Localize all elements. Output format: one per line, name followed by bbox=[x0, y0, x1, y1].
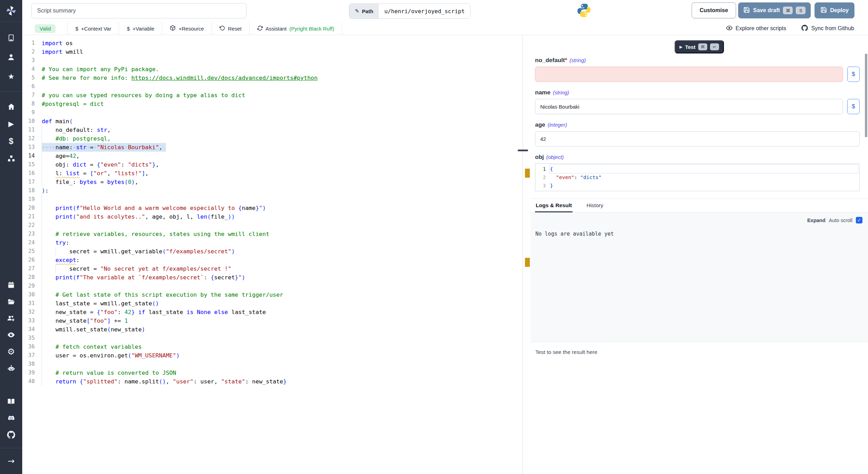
line-number[interactable]: 36 bbox=[22, 342, 42, 351]
sidebar-item-workers[interactable] bbox=[0, 360, 22, 376]
code-line[interactable]: 13····name:·str·=·"Nicolas·Bourbaki", bbox=[22, 143, 523, 152]
save-draft-button[interactable]: Save draft ⌘ S bbox=[738, 2, 811, 18]
age-input[interactable] bbox=[535, 131, 860, 146]
line-number[interactable]: 30 bbox=[22, 290, 42, 299]
code-line[interactable]: 5# See here for more info: https://docs.… bbox=[22, 74, 523, 82]
auto-scroll-checkbox[interactable]: ✓ bbox=[856, 217, 862, 223]
line-number[interactable]: 33 bbox=[22, 316, 42, 325]
code-line[interactable]: 27 secret = "No secret yet at f/examples… bbox=[22, 264, 523, 273]
code-line[interactable]: 40 return {"splitted": name.split(), "us… bbox=[22, 377, 523, 386]
code-line[interactable]: 30 # Get last state of this script execu… bbox=[22, 290, 523, 299]
no-default-input[interactable] bbox=[535, 67, 843, 82]
line-number[interactable]: 39 bbox=[22, 369, 42, 377]
add-resource-button[interactable]: +Resource bbox=[162, 22, 211, 35]
line-number[interactable]: 5 bbox=[22, 74, 42, 82]
code-line[interactable]: 31 last_state = wmill.get_state() bbox=[22, 299, 523, 308]
insert-variable-button[interactable]: $ bbox=[847, 99, 860, 114]
code-line[interactable]: 19 bbox=[22, 195, 523, 204]
add-variable-button[interactable]: $ +Variable bbox=[119, 22, 162, 35]
line-number[interactable]: 35 bbox=[22, 334, 42, 342]
tab-history[interactable]: History bbox=[586, 199, 604, 212]
line-number[interactable]: 38 bbox=[22, 360, 42, 369]
code-line[interactable]: 32 new_state = {"foo": 42} if last_state… bbox=[22, 308, 523, 316]
line-number[interactable]: 34 bbox=[22, 325, 42, 334]
expand-button[interactable]: Expand bbox=[807, 218, 825, 223]
code-line[interactable]: 34 wmill.set_state(new_state) bbox=[22, 325, 523, 334]
code-line[interactable]: 20 print(f"Hello World and a warm welcom… bbox=[22, 204, 523, 212]
name-input[interactable] bbox=[535, 99, 843, 114]
path-edit-button[interactable]: ✎ Path bbox=[349, 4, 379, 18]
sidebar-item-groups[interactable] bbox=[0, 310, 22, 327]
line-number[interactable]: 24 bbox=[22, 238, 42, 247]
add-context-var-button[interactable]: $ +Context Var bbox=[68, 22, 119, 35]
reset-button[interactable]: Reset bbox=[212, 22, 249, 35]
code-line[interactable]: 26 except: bbox=[22, 256, 523, 264]
line-number[interactable]: 3 bbox=[22, 56, 42, 65]
code-line[interactable]: 36 # fetch context variables bbox=[22, 342, 523, 351]
sidebar-item-discord[interactable] bbox=[0, 410, 22, 426]
panel-scrollbar[interactable] bbox=[865, 54, 867, 137]
sidebar-expand-button[interactable]: → bbox=[0, 448, 22, 474]
line-number[interactable]: 21 bbox=[22, 212, 42, 221]
code-line[interactable]: 29 bbox=[22, 282, 523, 290]
sidebar-item-github[interactable] bbox=[0, 426, 22, 443]
line-number[interactable]: 28 bbox=[22, 273, 42, 282]
code-line[interactable]: 21 print("and its acolytes..", age, obj,… bbox=[22, 212, 523, 221]
sidebar-item-favorites[interactable]: ★ bbox=[0, 67, 22, 86]
sidebar-item-audit[interactable] bbox=[0, 327, 22, 343]
code-line[interactable]: 17 file_: bytes = bytes(0), bbox=[22, 178, 523, 186]
code-editor[interactable]: 1import os2import wmill34# You can impor… bbox=[22, 35, 523, 474]
code-line[interactable]: 7# you can use typed resources by doing … bbox=[22, 91, 523, 100]
line-number[interactable]: 40 bbox=[22, 377, 42, 386]
line-number[interactable]: 10 bbox=[22, 117, 42, 126]
splitter-handle[interactable] bbox=[518, 150, 528, 151]
code-line[interactable]: 11 no_default: str, bbox=[22, 126, 523, 134]
sidebar-item-resources[interactable] bbox=[0, 150, 22, 167]
code-line[interactable]: 24 try: bbox=[22, 238, 523, 247]
json-line[interactable]: 3} bbox=[535, 181, 859, 190]
sidebar-item-settings[interactable]: ⚙ bbox=[0, 343, 22, 360]
line-number[interactable]: 2 bbox=[22, 48, 42, 56]
line-number[interactable]: 31 bbox=[22, 299, 42, 308]
line-number[interactable]: 37 bbox=[22, 351, 42, 360]
code-line[interactable]: 6 bbox=[22, 82, 523, 91]
sidebar-item-home[interactable] bbox=[0, 98, 22, 115]
code-line[interactable]: 2import wmill bbox=[22, 48, 523, 56]
line-number[interactable]: 7 bbox=[22, 91, 42, 100]
script-summary-input[interactable] bbox=[31, 3, 247, 18]
code-line[interactable]: 8#postgresql = dict bbox=[22, 100, 523, 108]
sidebar-item-user[interactable] bbox=[0, 48, 22, 67]
line-number[interactable]: 15 bbox=[22, 160, 42, 169]
code-line[interactable]: 10def main( bbox=[22, 117, 523, 126]
code-line[interactable]: 1import os bbox=[22, 39, 523, 48]
code-line[interactable]: 23 # retrieve variables, resources, stat… bbox=[22, 230, 523, 238]
sidebar-item-docs[interactable] bbox=[0, 393, 22, 410]
code-line[interactable]: 9 bbox=[22, 108, 523, 117]
line-number[interactable]: 12 bbox=[22, 134, 42, 143]
code-line[interactable]: 15 obj: dict = {"even": "dicts"}, bbox=[22, 160, 523, 169]
line-number[interactable]: 19 bbox=[22, 195, 42, 204]
code-line[interactable]: 22 bbox=[22, 221, 523, 230]
line-number[interactable]: 32 bbox=[22, 308, 42, 316]
code-line[interactable]: 16 l: list = ["or", "lists!"], bbox=[22, 169, 523, 178]
line-number[interactable]: 13 bbox=[22, 143, 42, 152]
line-number[interactable]: 14 bbox=[22, 152, 42, 160]
customise-button[interactable]: Customise bbox=[692, 2, 736, 18]
code-line[interactable]: 38 bbox=[22, 360, 523, 369]
code-line[interactable]: 18): bbox=[22, 186, 523, 195]
sync-from-github-link[interactable]: Sync from Github bbox=[801, 25, 854, 33]
line-number[interactable]: 22 bbox=[22, 221, 42, 230]
json-line[interactable]: 1{ bbox=[535, 165, 859, 173]
line-number[interactable]: 11 bbox=[22, 126, 42, 134]
line-number[interactable]: 17 bbox=[22, 178, 42, 186]
line-number[interactable]: 9 bbox=[22, 108, 42, 117]
sidebar-item-workspace[interactable] bbox=[0, 28, 22, 48]
code-line[interactable]: 3 bbox=[22, 56, 523, 65]
code-line[interactable]: 37 user = os.environ.get("WM_USERNAME") bbox=[22, 351, 523, 360]
line-number[interactable]: 27 bbox=[22, 264, 42, 273]
insert-variable-button[interactable]: $ bbox=[847, 67, 860, 82]
code-line[interactable]: 25 secret = wmill.get_variable("f/exampl… bbox=[22, 247, 523, 256]
code-line[interactable]: 4# You can import any PyPi package. bbox=[22, 65, 523, 74]
line-number[interactable]: 4 bbox=[22, 65, 42, 74]
line-number[interactable]: 18 bbox=[22, 186, 42, 195]
